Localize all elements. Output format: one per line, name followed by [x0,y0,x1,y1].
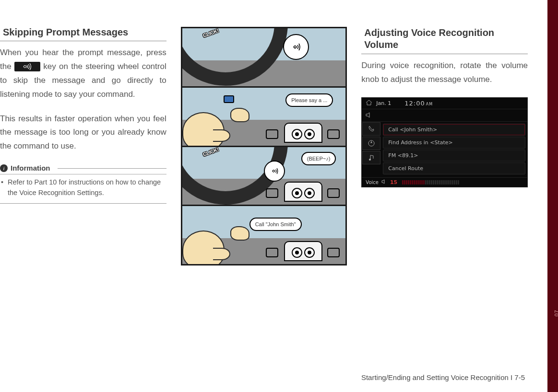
comic-panel-4: Call "John Smith" [182,206,346,264]
section-heading-skip: Skipping Prompt Messages [0,27,166,41]
column-center: CLICK! Please say a ... [181,27,347,265]
comic-panel-1: CLICK! [182,28,346,88]
voice-key-icon [14,62,40,71]
comic-strip: CLICK! Please say a ... [181,27,347,265]
time-value: 12:00 [404,100,425,107]
sidebar-btn-nav [362,137,380,150]
paragraph-skip-2: This results in faster operation when yo… [0,112,166,154]
column-right: Adjusting Voice Recognition Volume Durin… [361,27,528,265]
driver-face-icon [182,231,225,264]
comic-panel-3: CLICK! (BEEP~♪) [182,147,346,207]
comic-panel-2: Please say a ... [182,88,346,147]
mute-row [362,109,527,122]
vent-icon [327,129,340,139]
page-content: Skipping Prompt Messages When you hear t… [0,0,547,392]
car-screen-icon [284,182,322,202]
time-ampm: AM [426,102,433,106]
footer-voice-label: Voice [366,180,379,185]
infotainment-screenshot: Jan. 1 12:00AM [361,97,528,187]
paragraph-skip-1: When you hear the prompt message, press … [0,46,166,102]
speech-bubble-2: Please say a ... [285,93,333,107]
command-row: Cancel Route [383,162,525,174]
column-left: Skipping Prompt Messages When you hear t… [0,27,166,265]
car-screen-icon [284,123,322,143]
status-date: Jan. 1 [376,100,391,106]
infotainment-status-bar: Jan. 1 12:00AM [362,98,527,109]
information-title: Information [11,164,50,172]
car-screen-icon [284,241,322,261]
command-row: FM <89.1> [383,150,525,161]
vent-icon [327,188,340,198]
vent-icon [327,248,340,257]
infotainment-sidebar [362,122,381,177]
driver-face-icon [182,112,225,147]
voice-recognition-icon [283,34,309,60]
speaker-mute-icon [366,111,372,120]
speaker-icon [381,179,387,185]
paragraph-volume: During voice recognition, rotate the vol… [361,59,528,87]
infotainment-body: Call <John Smith> Find Address in <State… [362,122,527,177]
home-icon [366,100,372,107]
command-row: Find Address in <State> [383,137,525,149]
command-row: Call <John Smith> [383,124,525,136]
steering-button-icon [224,95,234,103]
sidebar-btn-phone [362,122,380,136]
sidebar-btn-media [362,151,380,164]
volume-bar [402,180,459,184]
information-bullet: Refer to Part 10 for instructions on how… [0,177,166,204]
infotainment-footer: Voice 15 [362,177,527,187]
voice-recognition-icon [264,161,285,182]
volume-number: 15 [390,179,397,185]
information-block: i Information Refer to Part 10 for instr… [0,164,166,204]
page-footer: Starting/Ending and Setting Voice Recogn… [361,373,525,381]
information-header: i Information [0,164,166,174]
section-heading-volume: Adjusting Voice Recognition Volume [361,27,528,54]
vent-icon [266,248,278,257]
steering-wheel-icon [182,28,288,86]
chapter-number: 07 [554,310,558,316]
chapter-side-tab: 07 [547,0,558,392]
speech-bubble-4: Call "John Smith" [249,218,302,231]
status-time: 12:00AM [404,100,433,107]
divider [58,168,166,169]
speech-bubble-3: (BEEP~♪) [301,152,336,165]
vent-icon [266,188,278,198]
svg-point-1 [369,159,371,161]
command-list: Call <John Smith> Find Address in <State… [381,122,527,177]
vent-icon [266,129,278,139]
driver-hand-icon [230,108,249,122]
driver-hand-icon [230,226,249,241]
info-icon: i [0,164,8,172]
